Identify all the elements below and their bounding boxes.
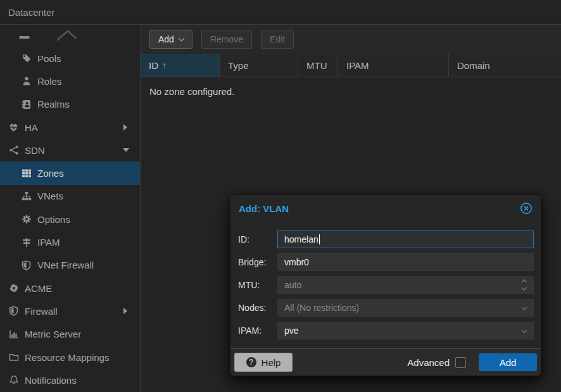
- sidebar-nav: Pools Roles Realms HA: [0, 25, 141, 391]
- expand-right-icon[interactable]: [123, 124, 127, 130]
- chevron-down-icon: [178, 35, 184, 41]
- sidebar-item-metric-server[interactable]: Metric Server: [0, 323, 140, 346]
- sidebar-item-notifications[interactable]: Notifications: [0, 369, 140, 391]
- sidebar-item-label: Firewall: [25, 306, 58, 317]
- sidebar-item-label: Resource Mappings: [25, 352, 109, 363]
- sidebar-item-label: ACME: [25, 283, 52, 294]
- add-button[interactable]: Add: [149, 30, 192, 49]
- column-header-ipam[interactable]: IPAM: [338, 54, 449, 77]
- sidebar-item-label: IPAM: [37, 237, 60, 248]
- sidebar-item-label: Zones: [37, 168, 64, 179]
- sidebar-item-label: Metric Server: [25, 329, 81, 339]
- grid-icon: [20, 168, 32, 178]
- gear-icon: [20, 214, 32, 224]
- sidebar-item-vnet-firewall[interactable]: VNet Firewall: [0, 254, 140, 277]
- remove-button[interactable]: Remove: [201, 30, 252, 49]
- address-book-icon: [20, 99, 32, 110]
- sitemap-icon: [20, 191, 32, 201]
- mtu-field-label: MTU:: [238, 280, 277, 290]
- sidebar-item-realms[interactable]: Realms: [0, 93, 140, 116]
- sidebar-item-roles[interactable]: Roles: [0, 70, 140, 92]
- sidebar-item-label: VNet Firewall: [37, 260, 94, 270]
- sidebar-item-ha[interactable]: HA: [0, 116, 140, 139]
- expand-right-icon[interactable]: [123, 308, 127, 314]
- zones-toolbar: Add Remove Edit: [141, 25, 561, 54]
- dialog-footer: ? Help Advanced Add: [230, 348, 541, 376]
- sidebar-item-clipped[interactable]: [0, 25, 140, 47]
- sidebar-item-acme[interactable]: ACME: [0, 277, 140, 300]
- spinner-arrows-icon[interactable]: [522, 281, 526, 290]
- edit-button[interactable]: Edit: [261, 30, 294, 49]
- page-title: Datacenter: [8, 7, 54, 18]
- edit-button-label: Edit: [270, 34, 285, 44]
- proxmox-app: Datacenter Pools Roles: [0, 0, 561, 392]
- sort-asc-icon: ↑: [162, 60, 167, 70]
- mtu-spinner[interactable]: auto: [277, 276, 534, 294]
- chevron-down-icon[interactable]: [522, 324, 526, 334]
- user-icon: [20, 76, 32, 86]
- close-icon[interactable]: [520, 202, 533, 215]
- remove-button-label: Remove: [210, 34, 243, 44]
- tag-icon: [20, 53, 32, 63]
- advanced-label: Advanced: [407, 357, 450, 368]
- bar-chart-icon: [8, 329, 20, 339]
- clipped-icon: [19, 36, 30, 39]
- nodes-field-label: Nodes:: [238, 303, 277, 313]
- shield-icon: [20, 260, 32, 270]
- certificate-icon: [8, 283, 20, 293]
- sidebar-item-label: Roles: [37, 76, 61, 87]
- heartbeat-icon: [8, 122, 20, 132]
- folder-icon: [8, 352, 20, 362]
- advanced-checkbox[interactable]: [455, 357, 466, 368]
- ipam-dropdown[interactable]: pve: [277, 322, 534, 339]
- signpost-icon: [20, 237, 32, 248]
- empty-table-message: No zone configured.: [141, 77, 561, 106]
- dialog-form: ID: homelan Bridge: vmbr0 MTU: auto: [230, 222, 541, 339]
- sidebar-item-ipam[interactable]: IPAM: [0, 231, 140, 253]
- id-field-label: ID:: [238, 234, 277, 244]
- help-button-label: Help: [262, 357, 281, 368]
- id-input[interactable]: homelan: [277, 231, 534, 248]
- sidebar-item-label: SDN: [25, 145, 45, 156]
- chevron-up-icon: [57, 30, 79, 40]
- sidebar-item-label: Realms: [37, 99, 70, 110]
- nodes-dropdown[interactable]: All (No restrictions): [277, 299, 534, 317]
- sidebar-item-resource-mappings[interactable]: Resource Mappings: [0, 346, 140, 369]
- question-mark-icon: ?: [246, 357, 256, 367]
- bridge-input[interactable]: vmbr0: [277, 253, 534, 271]
- sidebar-item-label: Pools: [37, 53, 61, 64]
- dialog-add-button-label: Add: [500, 357, 517, 368]
- sidebar-item-label: HA: [25, 122, 38, 133]
- text-cursor: [319, 234, 320, 244]
- expand-down-icon[interactable]: [123, 148, 129, 152]
- network-icon: [8, 145, 20, 155]
- shield-icon: [8, 306, 20, 316]
- sidebar-item-label: VNets: [37, 191, 63, 201]
- sidebar-item-label: Notifications: [25, 375, 77, 386]
- ipam-field-label: IPAM:: [238, 326, 277, 336]
- sidebar-item-label: Options: [37, 214, 70, 225]
- page-header: Datacenter: [0, 0, 561, 25]
- sidebar-item-pools[interactable]: Pools: [0, 47, 140, 70]
- dialog-title: Add: VLAN: [239, 203, 520, 214]
- add-button-label: Add: [158, 34, 174, 44]
- sidebar-item-zones[interactable]: Zones: [0, 161, 140, 184]
- column-header-id[interactable]: ID ↑: [141, 54, 220, 77]
- sidebar-item-options[interactable]: Options: [0, 208, 140, 231]
- zones-table-header: ID ↑ Type MTU IPAM Domain: [141, 54, 561, 77]
- sidebar-item-sdn[interactable]: SDN: [0, 139, 140, 161]
- dialog-add-button[interactable]: Add: [479, 353, 537, 371]
- chevron-down-icon[interactable]: [522, 301, 526, 312]
- dialog-header[interactable]: Add: VLAN: [230, 195, 541, 222]
- column-header-domain[interactable]: Domain: [449, 54, 561, 77]
- sidebar-item-vnets[interactable]: VNets: [0, 185, 140, 208]
- help-button[interactable]: ? Help: [234, 353, 293, 372]
- bridge-field-label: Bridge:: [238, 257, 277, 267]
- column-header-type[interactable]: Type: [220, 54, 298, 77]
- bell-icon: [8, 375, 20, 385]
- column-header-mtu[interactable]: MTU: [298, 54, 338, 77]
- sidebar-item-firewall[interactable]: Firewall: [0, 300, 140, 322]
- add-vlan-dialog: Add: VLAN ID: homelan Bridge: vmbr0 MTU:: [230, 194, 541, 376]
